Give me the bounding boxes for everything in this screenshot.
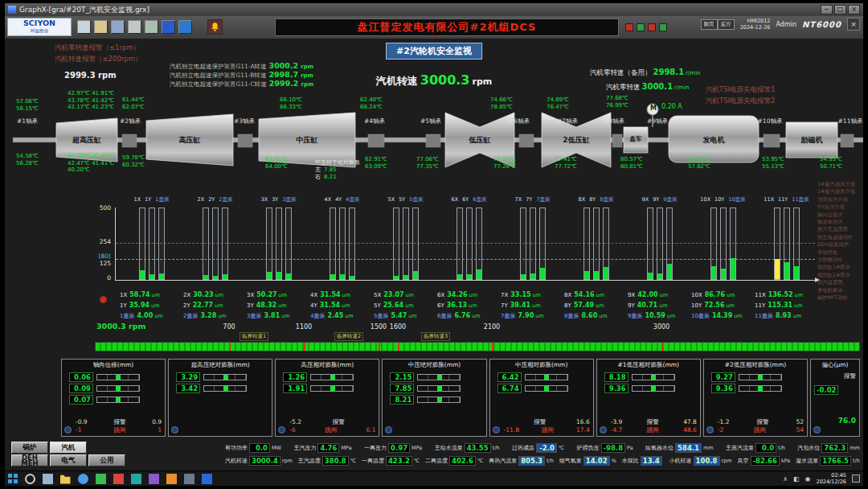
bar-label: 5Y	[399, 196, 405, 204]
vibration-unit: um	[408, 313, 416, 319]
g11b-value: 2998.7	[268, 70, 298, 79]
toolbar-icons	[77, 20, 192, 34]
bar-label: 2Y	[208, 196, 215, 204]
status-value: 13.4	[641, 456, 662, 466]
app-teal-icon[interactable]	[131, 474, 141, 484]
vibration-bar	[784, 208, 790, 280]
open-file-icon[interactable]	[94, 20, 108, 34]
panel-status-indicator[interactable]	[706, 426, 714, 434]
volume-icon[interactable]: ◉	[805, 475, 811, 483]
nav-button-电气[interactable]: 电气	[50, 454, 87, 466]
nav-button-公用[interactable]: 公用	[88, 454, 125, 466]
vibration-bar-fill	[711, 266, 716, 279]
print-icon[interactable]	[128, 20, 141, 34]
app-purple-icon[interactable]	[149, 474, 159, 484]
panel-status-indicator[interactable]	[493, 426, 500, 434]
bearing-label-11: #11轴承	[838, 117, 863, 125]
maximize-button[interactable]: □	[834, 5, 846, 14]
bearing-label-4: #4轴承	[364, 117, 385, 125]
app-gray-icon[interactable]	[184, 474, 194, 484]
minimize-button[interactable]: ─	[821, 5, 833, 14]
vibration-bar-fill	[667, 264, 672, 279]
status-value: 0.0	[755, 443, 776, 453]
status-cell: 再热汽流量805.3t/h	[489, 456, 554, 466]
bar-label: 9Y	[653, 196, 659, 204]
status-label: 凝水流量	[796, 457, 818, 465]
network-icon[interactable]: ◧	[793, 475, 800, 483]
vibration-bar	[710, 208, 717, 280]
app-blue-icon[interactable]	[202, 474, 212, 484]
close-button[interactable]: ×	[848, 5, 860, 14]
notification-icon[interactable]	[852, 475, 860, 483]
header-indicator-1[interactable]	[625, 23, 633, 31]
monitor-mode-button[interactable]: 监控	[718, 19, 735, 30]
bar-label: 3X	[261, 196, 268, 204]
bar-label: 1Y	[145, 196, 151, 204]
task-view-icon[interactable]	[43, 474, 53, 484]
status-label: 主给水流量	[435, 444, 463, 452]
header-indicator-4[interactable]	[659, 23, 667, 31]
channel-label: 10盖振	[691, 313, 710, 319]
vibration-unit: um	[535, 313, 543, 319]
vibration-bar	[539, 208, 546, 280]
panel-status-indicator[interactable]	[385, 426, 392, 434]
zoom-icon[interactable]	[145, 20, 158, 34]
page-flip-button[interactable]: 翻页	[701, 19, 718, 30]
app-green-icon[interactable]	[96, 474, 106, 484]
gauge-marker	[330, 386, 335, 391]
panel-gauge	[739, 374, 782, 380]
panel-alarm-limits: -1.2报警52	[718, 418, 804, 426]
header-indicator-3[interactable]	[648, 23, 656, 31]
panel-status-indicator[interactable]	[64, 426, 72, 434]
panel-trip-limits: -6跳闸6.1	[289, 426, 375, 434]
search-icon[interactable]	[25, 474, 35, 484]
trip-low: -6	[289, 426, 295, 434]
status-cell: 烟气氧量14.02%	[559, 456, 616, 466]
panel-status-indicator[interactable]	[278, 426, 285, 434]
save-icon[interactable]	[111, 20, 125, 34]
panel-status-indicator[interactable]	[813, 426, 821, 434]
panel-status-indicator[interactable]	[600, 426, 607, 434]
status-unit: ℃	[559, 445, 564, 451]
alarm-bell-icon[interactable]	[207, 19, 223, 35]
temp-value: 62.91℃	[365, 156, 387, 163]
taskbar-clock[interactable]: 02:45 2024/12/26	[817, 472, 846, 485]
gauge-marker	[651, 386, 656, 391]
tray-expand-icon[interactable]: ∧	[783, 475, 788, 483]
panel-gauge	[310, 385, 354, 392]
header-indicator-2[interactable]	[637, 23, 645, 31]
channel-label: 3盖振	[247, 313, 261, 319]
app-red-icon[interactable]	[113, 474, 124, 484]
panel-value: 7.85	[390, 384, 414, 393]
vibration-bar-group: 2X2Y2盖振	[183, 196, 247, 280]
panel-status-indicator[interactable]	[171, 426, 178, 434]
critical-speed-label: 临界转速1	[240, 332, 268, 341]
toolbar-close-icon[interactable]: ×	[847, 18, 860, 31]
new-file-icon[interactable]	[77, 20, 91, 34]
panel-title: 中压绝对膨胀(mm)	[385, 360, 483, 371]
channel-label: 6盖振	[437, 313, 452, 319]
vibration-value: 6.76	[454, 312, 470, 319]
status-strip: 锅炉汽机 DEH MEH电气公用 有功功率0.0MW主汽压力4.76MPa一再压…	[5, 441, 863, 468]
browser-icon[interactable]	[78, 474, 88, 484]
file-explorer-icon[interactable]	[60, 474, 71, 484]
soe-badge-icon[interactable]	[178, 20, 192, 34]
nav-button-DEHMEH[interactable]: DEH MEH	[11, 454, 48, 466]
start-icon[interactable]	[8, 474, 18, 483]
bar-label: 4盖振	[346, 196, 359, 204]
record-indicator[interactable]	[100, 296, 107, 303]
app-orange-icon[interactable]	[166, 474, 177, 484]
panel-alarm-limits: -5.2报警	[289, 418, 375, 426]
bar-label: 9盖振	[663, 196, 677, 204]
status-cell: 除氧器水位584.1mm	[645, 443, 714, 453]
vibration-bar-fill	[286, 273, 291, 279]
status-label: 汽包水位	[797, 444, 820, 452]
nav-button-锅炉[interactable]: 锅炉	[11, 442, 48, 454]
ia-badge-icon[interactable]	[162, 20, 175, 34]
zero-backup-label: 汽机零转速（备用）	[590, 68, 652, 76]
nav-button-汽机[interactable]: 汽机	[50, 442, 87, 454]
panel-5: 中压相对膨胀(mm)6.426.74报警16.6-11.8跳闸17.4	[489, 359, 594, 437]
vibration-bar	[520, 208, 526, 280]
vibration-bar-fill	[584, 271, 589, 279]
bar-label: 4Y	[335, 196, 342, 204]
